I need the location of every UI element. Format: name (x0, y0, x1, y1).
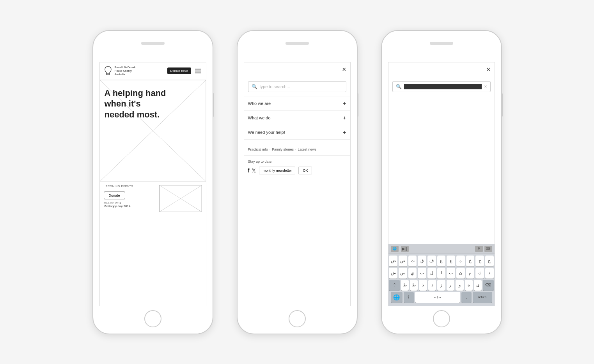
key-sad[interactable]: ص (399, 256, 407, 266)
toolbar-icon-3[interactable]: 🎙 (475, 246, 483, 252)
home-button[interactable] (433, 310, 450, 327)
donate-button[interactable]: Donate (104, 192, 125, 199)
donate-now-button[interactable]: Donate now! (167, 67, 191, 74)
key-return[interactable]: return (473, 292, 492, 303)
facebook-icon[interactable]: f (248, 167, 250, 174)
key-teh[interactable]: ة (465, 280, 473, 291)
key-damma[interactable]: ؟ (404, 292, 414, 303)
event-image-wireframe (159, 185, 202, 212)
key-alef[interactable]: ا (437, 268, 446, 279)
key-emoji[interactable]: 🌐 (391, 292, 403, 303)
key-period[interactable]: . (461, 292, 472, 303)
logo-text: Ronald McDonald House Charity Australia (115, 66, 137, 76)
key-space[interactable]: ←ا→ (415, 292, 460, 303)
phone-3-topbar: × (388, 62, 495, 77)
key-jeem[interactable]: ج (485, 256, 494, 266)
hero-section: A helping hand when it's needed most. (100, 80, 206, 181)
key-dhal[interactable]: ذ (419, 280, 427, 291)
search-icon: 🔍 (252, 84, 257, 89)
key-qaf[interactable]: ق (418, 256, 426, 266)
key-waw[interactable]: و (456, 280, 463, 291)
key-backspace[interactable]: ⌫ (483, 280, 493, 291)
events-label: UPCOMING EVENTS (104, 185, 156, 188)
close-button[interactable]: × (342, 66, 346, 74)
phone-2-screen: × 🔍 type to search... Who we are + What … (244, 62, 351, 306)
key-kaf[interactable]: ك (475, 268, 484, 279)
key-tha[interactable]: ث (408, 256, 417, 266)
nav-item-who-we-are[interactable]: Who we are + (244, 96, 350, 111)
search-bar[interactable]: 🔍 type to search... (248, 81, 346, 92)
stay-up-label: Stay up to date: (248, 160, 346, 163)
key-fa[interactable]: ف (427, 256, 436, 266)
events-left: UPCOMING EVENTS Donate 23 JUNE 2014 McHa… (104, 185, 156, 212)
hamburger-menu-button[interactable] (194, 68, 202, 74)
close-button[interactable]: × (486, 66, 491, 74)
footer-link-practical[interactable]: Practical info (248, 147, 268, 151)
key-zayn[interactable]: ز (437, 280, 445, 291)
keyboard-row-3: ⇧ ظ ط ذ د ز ر و ة ى ⌫ (389, 280, 494, 291)
key-ta[interactable]: ت (447, 268, 455, 279)
footer-link-news[interactable]: Latest news (298, 147, 317, 151)
phone-3-search-bar[interactable]: 🔍 × (392, 81, 491, 92)
key-ra[interactable]: ر (447, 280, 454, 291)
footer-dot: · (295, 147, 296, 151)
text-cursor (404, 84, 482, 89)
home-button[interactable] (289, 310, 306, 327)
footer-dot: · (270, 147, 271, 151)
hamburger-line-3 (195, 73, 201, 73)
clear-icon[interactable]: × (484, 84, 487, 89)
toolbar-left: 🌐 ▶‖ (391, 246, 409, 252)
key-ayn[interactable]: ع (447, 256, 455, 266)
phone-3: × 🔍 × 🌐 ▶‖ 🎙 ⌨ (381, 30, 502, 334)
phone-1-screen: Ronald McDonald House Charity Australia … (99, 62, 206, 306)
toolbar-icon-1[interactable]: 🌐 (391, 246, 399, 252)
key-shift[interactable]: ⇧ (389, 280, 399, 291)
key-ya[interactable]: ي (408, 268, 417, 279)
toolbar-right: 🎙 ⌨ (475, 246, 492, 252)
hamburger-line-1 (195, 69, 201, 69)
phone-2: × 🔍 type to search... Who we are + What … (237, 30, 358, 334)
event-date: 23 JUNE 2014 (104, 202, 156, 204)
keyboard-row-1: ض ص ث ق ف غ ع ه خ ح ج (389, 256, 494, 266)
nav-item-what-we-do[interactable]: What we do + (244, 111, 350, 125)
search-placeholder[interactable]: type to search... (260, 84, 343, 89)
keyboard-row-4: 🌐 ؟ ←ا→ . return (389, 292, 494, 304)
nav-item-label: What we do (248, 115, 271, 120)
key-h[interactable]: ح (475, 256, 484, 266)
social-icons: f 𝕏 (248, 167, 256, 174)
nav-item-help[interactable]: We need your help! + (244, 125, 350, 140)
key-dal[interactable]: د (485, 268, 494, 279)
twitter-icon[interactable]: 𝕏 (252, 167, 256, 174)
phone-3-screen: × 🔍 × 🌐 ▶‖ 🎙 ⌨ (388, 62, 495, 306)
key-kha[interactable]: خ (466, 256, 475, 266)
event-name: McHappy day 2014 (104, 204, 156, 208)
toolbar-icon-2[interactable]: ▶‖ (401, 246, 409, 252)
phone-1: Ronald McDonald House Charity Australia … (92, 30, 213, 334)
key-shin[interactable]: ش (389, 268, 397, 279)
logo: Ronald McDonald House Charity Australia (104, 66, 137, 76)
newsletter-button[interactable]: monthly newsletter (259, 167, 295, 174)
hero-text: A helping hand when it's needed most. (105, 88, 167, 120)
ok-button[interactable]: OK (298, 167, 312, 174)
key-alef-maq[interactable]: ى (474, 280, 482, 291)
home-button[interactable] (144, 310, 161, 327)
key-ba[interactable]: ب (418, 268, 426, 279)
key-dal2[interactable]: د (428, 280, 436, 291)
logo-icon (104, 66, 112, 76)
key-zha[interactable]: ظ (401, 280, 409, 291)
keyboard-toolbar: 🌐 ▶‖ 🎙 ⌨ (388, 244, 495, 254)
key-meem[interactable]: م (466, 268, 475, 279)
key-lam[interactable]: ل (427, 268, 436, 279)
virtual-keyboard: 🌐 ▶‖ 🎙 ⌨ ض ص ث ق ف (388, 244, 495, 306)
key-ha[interactable]: ه (456, 256, 465, 266)
footer-link-family[interactable]: Family stories (272, 147, 294, 151)
key-dad[interactable]: ض (389, 256, 397, 266)
key-ghayn[interactable]: غ (437, 256, 446, 266)
toolbar-icon-4[interactable]: ⌨ (484, 246, 492, 252)
events-section: UPCOMING EVENTS Donate 23 JUNE 2014 McHa… (100, 181, 206, 215)
keyboard-row-2: ش س ي ب ل ا ت ن م ك د (389, 268, 494, 279)
key-tah[interactable]: ط (410, 280, 418, 291)
expand-icon: + (343, 129, 346, 135)
key-nun[interactable]: ن (456, 268, 465, 279)
key-sin[interactable]: س (399, 268, 407, 279)
